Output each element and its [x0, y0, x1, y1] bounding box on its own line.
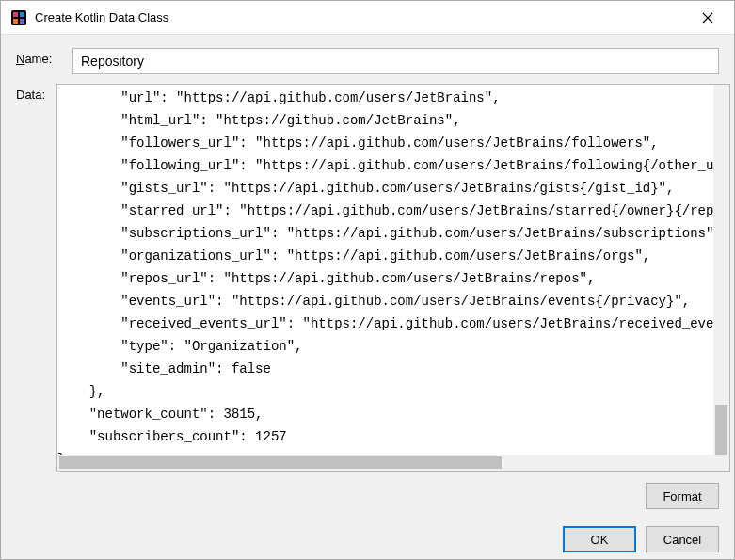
format-button-row: Format — [16, 481, 719, 511]
app-icon — [10, 9, 27, 26]
scrollbar-thumb[interactable] — [715, 405, 727, 461]
name-input[interactable] — [72, 48, 719, 74]
dialog-window: Create Kotlin Data Class Name: Data: "ur… — [0, 0, 735, 560]
ok-button[interactable]: OK — [563, 526, 636, 552]
cancel-button[interactable]: Cancel — [646, 526, 719, 552]
svg-rect-3 — [20, 12, 24, 17]
close-icon — [702, 12, 713, 24]
svg-rect-2 — [13, 19, 18, 24]
title-text: Create Kotlin Data Class — [35, 10, 689, 24]
horizontal-scrollbar[interactable] — [57, 455, 729, 471]
data-row: Data: "url": "https://api.github.com/use… — [16, 84, 719, 472]
close-button[interactable] — [689, 1, 727, 35]
scrollbar-thumb[interactable] — [59, 456, 502, 469]
svg-rect-4 — [20, 19, 24, 24]
format-button[interactable]: Format — [646, 483, 719, 509]
data-textarea[interactable]: "url": "https://api.github.com/users/Jet… — [57, 85, 729, 471]
data-label: Data: — [16, 84, 45, 472]
data-textarea-container: "url": "https://api.github.com/users/Jet… — [56, 84, 730, 472]
svg-rect-1 — [13, 12, 18, 17]
name-row: Name: — [16, 48, 719, 74]
name-label: Name: — [16, 48, 61, 66]
dialog-body: Name: Data: "url": "https://api.github.c… — [1, 35, 734, 560]
dialog-button-row: OK Cancel — [16, 524, 719, 554]
vertical-scrollbar[interactable] — [713, 85, 729, 455]
titlebar: Create Kotlin Data Class — [1, 1, 734, 35]
